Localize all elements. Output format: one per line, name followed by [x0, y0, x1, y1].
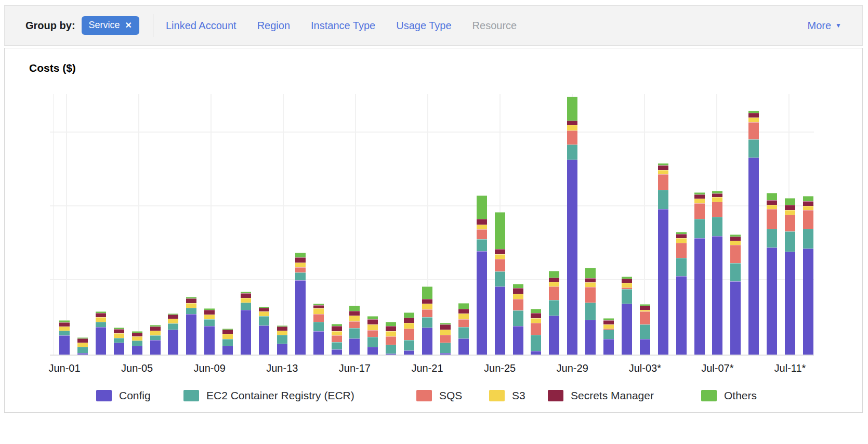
bar-segment-s3[interactable] [349, 316, 360, 321]
bar-segment-config[interactable] [168, 330, 178, 355]
bar-segment-secrets-manager[interactable] [567, 121, 577, 125]
bar-segment-secrets-manager[interactable] [114, 329, 124, 333]
bar-segment-secrets-manager[interactable] [513, 288, 523, 294]
bar-segment-secrets-manager[interactable] [603, 320, 614, 324]
bar-segment-secrets-manager[interactable] [440, 324, 451, 330]
bar-Jun-07[interactable] [168, 314, 178, 355]
toolbar-link-usage-type[interactable]: Usage Type [396, 20, 451, 32]
bar-Jun-02[interactable] [77, 337, 88, 355]
bar-segment-config[interactable] [313, 331, 324, 355]
bar-segment-s3[interactable] [748, 117, 759, 122]
bar-Jul-02[interactable] [622, 277, 632, 355]
bar-segment-s3[interactable] [694, 199, 705, 203]
bar-Jun-22[interactable] [440, 323, 451, 355]
bar-segment-ec2-container-registry-ecr-[interactable] [114, 338, 124, 343]
bar-segment-secrets-manager[interactable] [367, 319, 378, 324]
bar-Jun-01[interactable] [59, 320, 70, 355]
bar-segment-config[interactable] [640, 339, 650, 355]
bar-segment-ec2-container-registry-ecr-[interactable] [658, 190, 668, 209]
bar-Jun-16[interactable] [332, 324, 342, 355]
bar-segment-ec2-container-registry-ecr-[interactable] [204, 319, 215, 326]
bar-segment-ec2-container-registry-ecr-[interactable] [531, 335, 541, 351]
bar-segment-ec2-container-registry-ecr-[interactable] [712, 217, 722, 236]
bar-segment-config[interactable] [77, 353, 88, 355]
bar-segment-sqs[interactable] [313, 314, 324, 322]
bar-segment-s3[interactable] [567, 125, 577, 130]
bar-segment-s3[interactable] [277, 331, 287, 335]
bar-segment-config[interactable] [132, 346, 142, 355]
bar-segment-ec2-container-registry-ecr-[interactable] [513, 310, 523, 326]
bar-segment-config[interactable] [712, 236, 722, 355]
bar-segment-sqs[interactable] [513, 299, 523, 310]
bar-segment-ec2-container-registry-ecr-[interactable] [640, 324, 650, 339]
bar-segment-config[interactable] [440, 353, 451, 355]
bar-Jul-04[interactable] [658, 163, 668, 355]
bar-segment-ec2-container-registry-ecr-[interactable] [222, 339, 233, 346]
bar-segment-secrets-manager[interactable] [622, 279, 632, 283]
bar-segment-s3[interactable] [477, 225, 487, 229]
bar-segment-s3[interactable] [204, 315, 215, 319]
bar-segment-ec2-container-registry-ecr-[interactable] [96, 322, 106, 327]
bar-segment-others[interactable] [767, 193, 777, 200]
bar-segment-ec2-container-registry-ecr-[interactable] [567, 145, 577, 160]
bar-segment-others[interactable] [549, 271, 559, 278]
bar-segment-sqs[interactable] [712, 202, 722, 217]
bar-segment-config[interactable] [495, 286, 505, 355]
bar-segment-ec2-container-registry-ecr-[interactable] [150, 335, 161, 340]
bar-Jun-11[interactable] [241, 292, 251, 355]
bar-Jul-07[interactable] [712, 191, 722, 355]
bar-segment-s3[interactable] [495, 254, 505, 259]
bar-segment-config[interactable] [730, 281, 741, 355]
bar-segment-config[interactable] [622, 304, 632, 355]
bar-segment-s3[interactable] [114, 333, 124, 338]
bar-segment-s3[interactable] [658, 170, 668, 174]
bar-segment-sqs[interactable] [477, 229, 487, 239]
bar-segment-config[interactable] [222, 346, 233, 355]
bar-segment-config[interactable] [458, 338, 469, 355]
bar-Jul-08[interactable] [730, 234, 741, 355]
bar-segment-sqs[interactable] [640, 311, 650, 324]
bar-Jun-17[interactable] [349, 306, 360, 355]
bar-Jun-09[interactable] [204, 308, 215, 355]
bar-segment-s3[interactable] [803, 206, 813, 210]
bar-segment-config[interactable] [803, 249, 813, 355]
bar-segment-ec2-container-registry-ecr-[interactable] [277, 335, 287, 344]
toolbar-link-region[interactable]: Region [257, 20, 290, 32]
bar-segment-config[interactable] [748, 158, 759, 355]
bar-segment-ec2-container-registry-ecr-[interactable] [730, 263, 741, 281]
legend-item-ec2-container-registry-ecr-[interactable]: EC2 Container Registry (ECR) [183, 389, 354, 402]
bar-segment-ec2-container-registry-ecr-[interactable] [495, 271, 505, 286]
bar-segment-ec2-container-registry-ecr-[interactable] [603, 330, 614, 339]
bar-Jul-09[interactable] [748, 111, 759, 355]
bar-segment-secrets-manager[interactable] [186, 298, 196, 303]
bar-segment-config[interactable] [658, 209, 668, 355]
bar-segment-sqs[interactable] [676, 243, 687, 258]
bar-segment-others[interactable] [458, 303, 469, 309]
bar-segment-sqs[interactable] [658, 174, 668, 190]
bar-Jun-25[interactable] [495, 212, 505, 355]
bar-Jun-24[interactable] [477, 195, 487, 355]
bar-segment-config[interactable] [150, 340, 161, 355]
bar-segment-s3[interactable] [259, 311, 269, 316]
bar-segment-sqs[interactable] [295, 267, 306, 272]
bar-Jun-06[interactable] [150, 325, 161, 355]
bar-segment-ec2-container-registry-ecr-[interactable] [404, 340, 414, 350]
bar-Jun-10[interactable] [222, 329, 233, 355]
bar-segment-s3[interactable] [332, 331, 342, 335]
more-menu-button[interactable]: More ▼ [808, 20, 841, 32]
bar-segment-config[interactable] [114, 343, 124, 355]
bar-segment-config[interactable] [241, 310, 251, 355]
bar-segment-others[interactable] [531, 309, 541, 313]
bar-Jul-12[interactable] [803, 196, 813, 355]
bar-Jun-28[interactable] [549, 271, 559, 355]
bar-segment-others[interactable] [422, 286, 432, 299]
bar-segment-ec2-container-registry-ecr-[interactable] [676, 258, 687, 276]
bar-segment-ec2-container-registry-ecr-[interactable] [440, 343, 451, 353]
bar-segment-others[interactable] [495, 212, 505, 249]
bar-segment-s3[interactable] [585, 282, 596, 287]
legend-item-s3[interactable]: S3 [489, 389, 525, 402]
bar-Jun-29[interactable] [567, 97, 577, 355]
bar-segment-config[interactable] [585, 320, 596, 355]
bar-segment-others[interactable] [803, 196, 813, 201]
bar-segment-config[interactable] [259, 325, 269, 355]
